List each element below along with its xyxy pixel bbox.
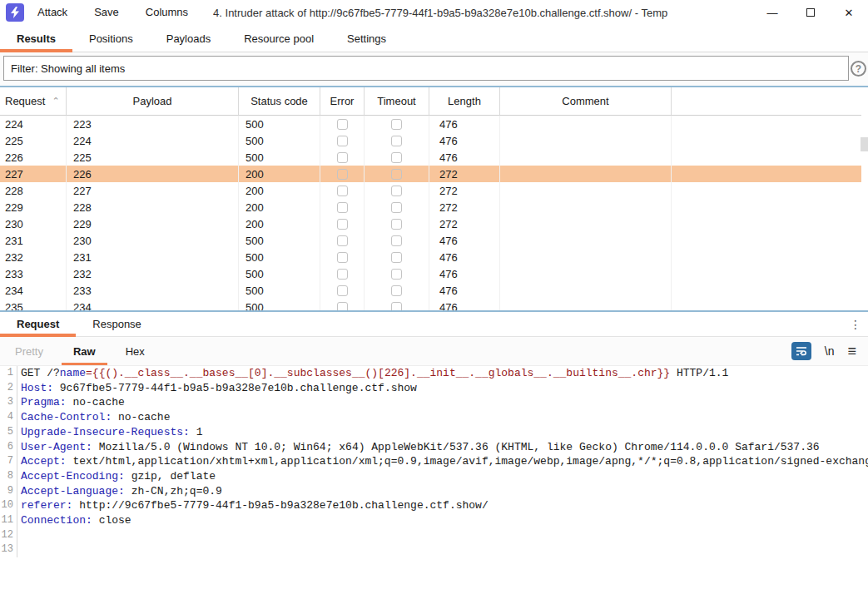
table-row[interactable]: 235234500476 — [0, 299, 861, 312]
timeout-checkbox-box[interactable] — [391, 219, 402, 230]
cell-filler — [672, 265, 861, 282]
error-checkbox[interactable] — [320, 232, 365, 249]
maximize-button[interactable] — [791, 0, 830, 25]
tab-hex[interactable]: Hex — [111, 337, 160, 365]
timeout-checkbox-box[interactable] — [391, 136, 402, 146]
table-row[interactable]: 229228200272 — [0, 199, 861, 215]
close-button[interactable]: ✕ — [830, 0, 868, 25]
timeout-checkbox-box[interactable] — [391, 302, 402, 313]
tab-response[interactable]: Response — [76, 312, 158, 336]
error-checkbox-box[interactable] — [337, 269, 348, 280]
timeout-checkbox[interactable] — [365, 116, 429, 132]
column-header-status-code[interactable]: Status code — [239, 87, 320, 116]
tab-results[interactable]: Results — [0, 25, 72, 52]
timeout-checkbox[interactable] — [365, 299, 429, 312]
error-checkbox[interactable] — [320, 265, 365, 282]
table-row[interactable]: 230229200272 — [0, 215, 861, 232]
column-header-request[interactable]: Request ⌃ — [0, 87, 67, 116]
timeout-checkbox[interactable] — [365, 215, 429, 232]
error-checkbox[interactable] — [320, 182, 365, 199]
error-checkbox[interactable] — [320, 149, 365, 166]
table-row[interactable]: 224223500476 — [0, 116, 861, 132]
error-checkbox-box[interactable] — [337, 202, 348, 213]
tab-pretty[interactable]: Pretty — [0, 337, 58, 365]
timeout-checkbox[interactable] — [365, 232, 429, 249]
timeout-checkbox-box[interactable] — [391, 235, 402, 246]
cell-filler — [672, 299, 861, 312]
kebab-menu-icon[interactable]: ⋮ — [843, 312, 868, 336]
timeout-checkbox-box[interactable] — [391, 269, 402, 280]
table-row[interactable]: 227226200272 — [0, 166, 861, 182]
cell-status-code: 500 — [239, 149, 320, 166]
timeout-checkbox[interactable] — [365, 149, 429, 166]
newline-toggle[interactable]: \n — [825, 344, 835, 358]
window-title: 4. Intruder attack of http://9c67fbe5-77… — [213, 7, 753, 19]
error-checkbox-box[interactable] — [337, 302, 348, 313]
table-row[interactable]: 231230500476 — [0, 232, 861, 249]
error-checkbox[interactable] — [320, 166, 365, 182]
timeout-checkbox-box[interactable] — [391, 152, 402, 163]
error-checkbox-box[interactable] — [337, 219, 348, 230]
menu-attack[interactable]: Attack — [24, 0, 81, 25]
vertical-scrollbar-thumb[interactable] — [861, 137, 868, 151]
timeout-checkbox[interactable] — [365, 199, 429, 215]
error-checkbox[interactable] — [320, 249, 365, 265]
word-wrap-icon[interactable] — [791, 342, 811, 360]
error-checkbox-box[interactable] — [337, 186, 348, 196]
tab-settings[interactable]: Settings — [330, 25, 403, 52]
timeout-checkbox-box[interactable] — [391, 202, 402, 213]
timeout-checkbox[interactable] — [365, 265, 429, 282]
tab-raw[interactable]: Raw — [58, 337, 111, 365]
table-row[interactable]: 234233500476 — [0, 282, 861, 299]
tab-request[interactable]: Request — [0, 312, 76, 336]
column-header-payload[interactable]: Payload — [67, 87, 239, 116]
table-row[interactable]: 233232500476 — [0, 265, 861, 282]
error-checkbox-box[interactable] — [337, 235, 348, 246]
column-header-error[interactable]: Error — [320, 87, 365, 116]
error-checkbox[interactable] — [320, 215, 365, 232]
title-bar: Attack Save Columns 4. Intruder attack o… — [0, 0, 868, 25]
error-checkbox-box[interactable] — [337, 252, 348, 263]
cell-request: 233 — [0, 265, 67, 282]
minimize-button[interactable]: — — [753, 0, 791, 25]
view-icon-group: \n ≡ — [791, 337, 868, 365]
table-row[interactable]: 228227200272 — [0, 182, 861, 199]
hamburger-menu-icon[interactable]: ≡ — [847, 343, 856, 360]
help-icon[interactable]: ? — [851, 61, 866, 77]
error-checkbox[interactable] — [320, 132, 365, 149]
raw-request-editor[interactable]: 1GET /?name={{().__class__.__bases__[0].… — [0, 366, 868, 589]
table-row[interactable]: 226225500476 — [0, 149, 861, 166]
error-checkbox-box[interactable] — [337, 285, 348, 296]
timeout-checkbox-box[interactable] — [391, 186, 402, 196]
timeout-checkbox-box[interactable] — [391, 252, 402, 263]
timeout-checkbox[interactable] — [365, 282, 429, 299]
timeout-checkbox[interactable] — [365, 182, 429, 199]
timeout-checkbox-box[interactable] — [391, 285, 402, 296]
cell-length: 476 — [429, 265, 500, 282]
timeout-checkbox-box[interactable] — [391, 119, 402, 130]
filter-input[interactable]: Filter: Showing all items — [3, 56, 849, 81]
column-header-length[interactable]: Length — [429, 87, 500, 116]
menu-save[interactable]: Save — [81, 0, 132, 25]
timeout-checkbox[interactable] — [365, 132, 429, 149]
menu-columns[interactable]: Columns — [132, 0, 201, 25]
tab-resource-pool[interactable]: Resource pool — [227, 25, 330, 52]
timeout-checkbox-box[interactable] — [391, 169, 402, 180]
error-checkbox[interactable] — [320, 282, 365, 299]
timeout-checkbox[interactable] — [365, 249, 429, 265]
tab-positions[interactable]: Positions — [72, 25, 150, 52]
column-header-comment[interactable]: Comment — [500, 87, 672, 116]
tab-payloads[interactable]: Payloads — [150, 25, 227, 52]
error-checkbox[interactable] — [320, 116, 365, 132]
table-row[interactable]: 232231500476 — [0, 249, 861, 265]
column-header-timeout[interactable]: Timeout — [365, 87, 429, 116]
error-checkbox-box[interactable] — [337, 119, 348, 130]
cell-comment — [500, 249, 672, 265]
error-checkbox-box[interactable] — [337, 169, 348, 180]
error-checkbox[interactable] — [320, 299, 365, 312]
error-checkbox[interactable] — [320, 199, 365, 215]
table-row[interactable]: 225224500476 — [0, 132, 861, 149]
error-checkbox-box[interactable] — [337, 152, 348, 163]
timeout-checkbox[interactable] — [365, 166, 429, 182]
error-checkbox-box[interactable] — [337, 136, 348, 146]
